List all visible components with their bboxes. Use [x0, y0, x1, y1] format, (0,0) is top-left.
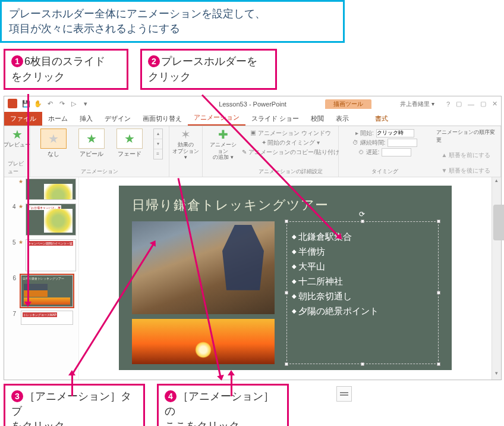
maximize-icon[interactable]: ▢ — [480, 100, 486, 108]
resize-handle-mr[interactable] — [437, 291, 440, 295]
window-title: Lesson53 - PowerPoint — [219, 101, 286, 108]
rotate-handle-icon[interactable]: ⟳ — [359, 210, 365, 218]
content-placeholder[interactable]: ⟳ 北鎌倉駅集合 半僧坊 大平山 十二所神社 — [286, 221, 439, 364]
leader-line-4 — [231, 375, 232, 396]
slide-editor[interactable]: 日帰り鎌倉トレッキングツアー ⟳ — [79, 177, 492, 380]
callout-3b: をクリック — [11, 420, 65, 426]
tab-review[interactable]: 校閲 — [305, 112, 330, 126]
bullet-4[interactable]: 十二所神社 — [292, 276, 433, 287]
tab-design[interactable]: デザイン — [99, 112, 137, 126]
help-icon[interactable]: ? — [446, 101, 450, 108]
thumb-4-anim-icon: ★ — [18, 203, 23, 209]
bullet-list[interactable]: 北鎌倉駅集合 半僧坊 大平山 十二所神社 朝比奈切通し 夕陽の絶景ポイント — [292, 231, 433, 317]
tab-animations[interactable]: アニメーション — [188, 111, 245, 126]
bullet-6[interactable]: 夕陽の絶景ポイント — [292, 306, 433, 317]
tab-transitions[interactable]: 画面切り替え — [137, 112, 188, 126]
powerpoint-window: 💾 ✋ ↶ ↷ ▷ ▾ Lesson53 - PowerPoint 描画ツール … — [4, 96, 502, 380]
resize-handle-tr[interactable] — [437, 220, 440, 223]
preview-star-icon: ★ — [12, 129, 23, 140]
timing-delay-label: ⏲ 遅延: — [358, 148, 380, 156]
bullet-1[interactable]: 北鎌倉駅集合 — [292, 231, 433, 243]
qat-touch-icon[interactable]: ✋ — [34, 100, 42, 108]
anim-none[interactable]: ★ なし — [37, 129, 70, 158]
animation-pane-button[interactable]: ▣ アニメーション ウィンドウ — [250, 129, 331, 137]
add-animation-button[interactable]: ✚ アニメーション の追加 ▾ — [209, 129, 237, 161]
ribbon-toggle-icon[interactable]: ▢ — [456, 100, 462, 108]
tab-format[interactable]: 書式 — [369, 112, 394, 126]
bullet-5[interactable]: 朝比奈切通し — [292, 291, 433, 302]
bullet-3[interactable]: 大平山 — [292, 261, 433, 272]
banner-line1: プレースホルダー全体にアニメーションを設定して、 — [9, 8, 266, 20]
timing-duration-input[interactable] — [388, 139, 417, 147]
qat-start-icon[interactable]: ▷ — [70, 100, 78, 108]
thumb-3[interactable] — [26, 178, 76, 200]
advanced-group-label: アニメーションの詳細設定 — [259, 167, 323, 176]
thumb-row-3[interactable]: ★ — [10, 178, 76, 200]
thumb-row-6[interactable]: 6 日帰り鎌倉トレッキングツアー — [10, 275, 76, 307]
thumb-3-anim-icon: ★ — [18, 178, 23, 184]
order-later-button[interactable]: ▼ 順番を後にする — [442, 167, 491, 175]
tab-file[interactable]: ファイル — [4, 112, 42, 126]
callout-4: 4［アニメーション］の ここをクリック — [157, 384, 289, 426]
scroll-down-icon[interactable]: ▾ — [492, 370, 501, 380]
tab-view[interactable]: 表示 — [330, 112, 355, 126]
resize-handle-br[interactable] — [437, 362, 440, 366]
resize-handle-ml[interactable] — [285, 291, 288, 295]
tab-slideshow[interactable]: スライド ショー — [245, 112, 305, 126]
scroll-up-icon[interactable]: ▴ — [492, 177, 501, 187]
callout-3: 3［アニメーション］タブ をクリック — [4, 384, 145, 426]
timing-start-select[interactable] — [376, 129, 414, 137]
effect-options-button[interactable]: ✶ 効果の オプション ▾ — [169, 126, 203, 177]
slide-title[interactable]: 日帰り鎌倉トレッキングツアー — [132, 196, 439, 214]
thumb-4-map-image — [44, 209, 73, 233]
scrollbar-thumb[interactable] — [493, 205, 504, 240]
resize-handle-bm[interactable] — [361, 362, 364, 366]
ribbon-group-timing: ▸ 開始: ⏱ 継続時間: ⏲ 遅延: タイミング — [339, 126, 431, 177]
thumb-row-5[interactable]: 5 ★ キャンペーン期間のイベント一覧 — [10, 239, 76, 271]
callouts-top: 16枚目のスライド をクリック 2プレースホルダーを クリック — [0, 49, 504, 89]
gallery-more-icon[interactable]: ≡ — [154, 149, 162, 159]
sunset-image[interactable] — [132, 319, 275, 364]
order-earlier-button[interactable]: ▲ 順番を前にする — [442, 151, 491, 159]
slide-canvas[interactable]: 日帰り鎌倉トレッキングツアー ⟳ — [119, 186, 452, 370]
tab-home[interactable]: ホーム — [42, 112, 74, 126]
anim-none-label: なし — [48, 151, 59, 157]
ribbon-tabs: ファイル ホーム 挿入 デザイン 画面切り替え アニメーション スライド ショー… — [4, 112, 501, 126]
bullet-2[interactable]: 半僧坊 — [292, 246, 433, 258]
thumb-row-4[interactable]: 4 ★ 「お台場キャンバス」展 — [10, 203, 76, 236]
callout-1: 16枚目のスライド をクリック — [4, 49, 128, 89]
timing-delay-input[interactable] — [382, 148, 411, 156]
qat-redo-icon[interactable]: ↷ — [58, 100, 66, 108]
callout-2b: クリック — [148, 71, 191, 83]
banner-line2: 項目が次々に表示されるようにする — [9, 23, 180, 35]
anim-fade-star-icon: ★ — [124, 131, 135, 146]
gallery-down-icon[interactable]: ▾ — [154, 139, 162, 149]
anim-fade[interactable]: ★ フェード — [113, 129, 146, 158]
add-animation-label: アニメーション の追加 ▾ — [209, 142, 237, 161]
thumb-row-7[interactable]: 7 トレッキングコースMAP — [10, 311, 76, 325]
thumb-7[interactable]: トレッキングコースMAP — [21, 311, 73, 325]
callout-3-num: 3 — [11, 390, 23, 402]
slide-thumbnail-pane[interactable]: ★ 4 ★ 「お台場キャンバス」展 5 ★ キャンペーン期間のイベント一覧 — [8, 177, 79, 380]
callout-2-num: 2 — [148, 55, 160, 67]
resize-handle-tl[interactable] — [285, 220, 288, 223]
gallery-up-icon[interactable]: ▴ — [154, 129, 162, 139]
tab-insert[interactable]: 挿入 — [74, 112, 99, 126]
anim-appear[interactable]: ★ アピール — [75, 129, 108, 158]
user-menu[interactable]: 井上香緒里 ▾ — [400, 100, 434, 108]
thumb-4[interactable]: 「お台場キャンバス」展 — [26, 203, 76, 236]
gallery-expand-button[interactable] — [336, 386, 352, 402]
callout-2: 2プレースホルダーを クリック — [140, 49, 277, 89]
resize-handle-bl[interactable] — [285, 362, 288, 366]
minimize-icon[interactable]: — — [468, 101, 474, 108]
qat-undo-icon[interactable]: ↶ — [46, 100, 54, 108]
ribbon: ★ プレビュー プレビュー ★ なし ★ アピール ★ フェード — [4, 126, 501, 177]
animation-gallery-scroller[interactable]: ▴ ▾ ≡ — [153, 129, 163, 159]
qat-more-icon[interactable]: ▾ — [81, 100, 90, 108]
trigger-button[interactable]: ✦ 開始のタイミング ▾ — [262, 139, 320, 147]
thumb-5[interactable]: キャンペーン期間のイベント一覧 — [26, 239, 76, 271]
vertical-scrollbar[interactable]: ▴ ▾ — [492, 177, 501, 380]
resize-handle-tm[interactable] — [361, 220, 364, 223]
close-icon[interactable]: ✕ — [492, 100, 497, 108]
leader-line-1 — [27, 94, 29, 302]
